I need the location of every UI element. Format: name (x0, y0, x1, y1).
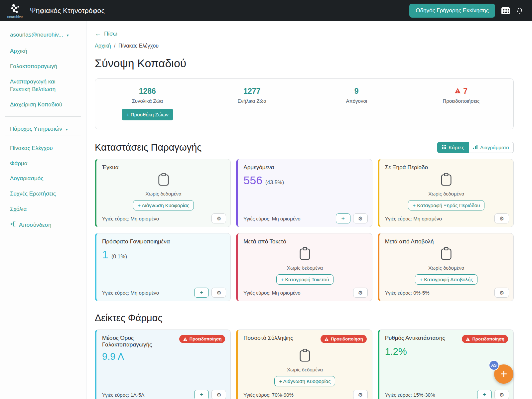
keypad-icon[interactable] (501, 7, 510, 15)
gear-icon[interactable]: ⚙ (353, 390, 368, 399)
warning-icon (455, 88, 461, 95)
gear-icon[interactable]: ⚙ (353, 213, 368, 223)
sidebar-item-account[interactable]: Λογαριασμός (0, 175, 86, 183)
warning-icon (466, 337, 470, 341)
chevron-down-icon: ▾ (66, 33, 68, 38)
healthy-range: Υγιές εύρος: Μη ορισμένο (385, 216, 442, 221)
sidebar-item-herd-management[interactable]: Διαχείριση Κοπαδιού (0, 101, 86, 109)
warning-badge: Προειδοποίηση (321, 335, 367, 343)
breadcrumb-separator: / (114, 43, 115, 49)
warning-icon (183, 337, 188, 341)
breadcrumb-current: Πίνακας Ελέγχου (118, 43, 159, 49)
card-dry-period: Σε Ξηρά Περίοδο Χωρίς δεδομένα + Καταγρα… (378, 159, 514, 227)
sidebar-item-reproduction[interactable]: Αναπαραγωγή και Γενετική Βελτίωση (0, 78, 78, 93)
sidebar-item-home[interactable]: Αρχική (0, 48, 86, 55)
pregnancy-diagnosis-button[interactable]: + Διάγνωση Κυοφορίας (274, 376, 335, 386)
plus-icon: + (500, 367, 507, 381)
add-animals-button[interactable]: + Προσθήκη Ζώων (122, 109, 173, 120)
sidebar-item-farm[interactable]: Φάρμα (0, 160, 86, 168)
logo[interactable]: neurohive (5, 3, 25, 19)
card-post-calving: Μετά από Τοκετό Χωρίς δεδομένα + Καταγρα… (236, 233, 372, 301)
card-milking: Αρμεγόμενα 556 (43.5%) Υγιές εύρος: Μη ο… (236, 159, 372, 227)
sidebar-item-faq[interactable]: Συχνές Ερωτήσεις (0, 190, 86, 198)
gear-icon[interactable]: ⚙ (211, 213, 226, 223)
healthy-range: Υγιές εύρος: Μη ορισμένο (102, 290, 159, 296)
stat-offspring: 9 Απόγονοι (304, 87, 409, 120)
production-cards-grid: Έγκυα Χωρίς δεδομένα + Διάγνωση Κυοφορία… (95, 159, 514, 301)
record-dry-period-button[interactable]: + Καταγραφή Ξηράς Περιόδου (408, 200, 484, 210)
sidebar-divider (5, 136, 81, 136)
add-record-button[interactable]: + (336, 213, 350, 223)
card-value: 1.2% (385, 346, 407, 357)
logo-caption: neurohive (7, 15, 23, 19)
main-content: ← Πίσω Αρχική / Πίνακας Ελέγχου Σύνοψη Κ… (86, 21, 532, 399)
card-value: 9.9 Λ (102, 351, 124, 362)
gear-icon[interactable]: ⚙ (211, 390, 226, 399)
indicators-section-title: Δείκτες Φάρμας (95, 313, 514, 324)
add-record-button[interactable]: + (194, 288, 209, 298)
healthy-range: Υγιές εύρος: 0%-5% (385, 290, 430, 296)
clipboard-icon (299, 256, 311, 262)
card-post-abortion: Μετά από Αποβολή Χωρίς δεδομένα + Καταγρ… (378, 233, 514, 301)
clipboard-icon (440, 182, 452, 188)
sidebar-item-feedback[interactable]: Σχόλια (0, 205, 86, 213)
clipboard-icon (158, 182, 170, 188)
indicator-cards-grid: Μέσος Όρος Γαλακτοπαραγωγής Προειδοποίησ… (95, 330, 514, 399)
chevron-down-icon: ▾ (66, 127, 68, 132)
logout-button[interactable]: Αποσύνδεση (0, 221, 86, 229)
sidebar: asourlas@neurohiv... ▾ Αρχική Γαλακτοπαρ… (0, 21, 86, 399)
card-pregnant: Έγκυα Χωρίς δεδομένα + Διάγνωση Κυοφορία… (95, 159, 231, 227)
add-record-button[interactable]: + (194, 390, 209, 399)
cards-view-button[interactable]: Κάρτες (437, 142, 469, 153)
card-value: 556 (243, 174, 262, 187)
sidebar-item-milk-production[interactable]: Γαλακτοπαραγωγή (0, 63, 86, 70)
card-percent: (0.1%) (111, 254, 127, 260)
herd-summary-panel: 1286 Συνολικά Ζώα + Προσθήκη Ζώων 1277 Ε… (95, 78, 514, 129)
healthy-range: Υγιές εύρος: Μη ορισμένο (243, 216, 300, 221)
stat-total-animals: 1286 Συνολικά Ζώα + Προσθήκη Ζώων (95, 87, 200, 120)
production-section-title: Καταστάσεις Παραγωγής (95, 142, 201, 153)
healthy-range: Υγιές εύρος: Μη ορισμένο (243, 290, 300, 296)
app-title: Ψηφιακός Κτηνοτρόφος (30, 7, 105, 15)
record-calving-button[interactable]: + Καταγραφή Τοκετού (276, 274, 334, 285)
add-fab-button[interactable]: + AS (494, 364, 513, 384)
neurohive-logo-icon (9, 3, 21, 16)
healthy-range: Υγιές εύρος: 1Λ-5Λ (102, 392, 144, 398)
add-record-button[interactable]: + (477, 390, 492, 399)
breadcrumb-home-link[interactable]: Αρχική (95, 43, 111, 49)
warning-badge: Προειδοποίηση (462, 335, 508, 343)
pregnancy-diagnosis-button[interactable]: + Διάγνωση Κυοφορίας (133, 200, 194, 210)
stat-warnings: 7 Προειδοποιήσεις (409, 87, 514, 120)
avatar[interactable]: AS (489, 360, 499, 370)
account-dropdown[interactable]: asourlas@neurohiv... ▾ (0, 31, 86, 39)
warning-icon (324, 337, 329, 341)
service-provider-dropdown[interactable]: Πάροχος Υπηρεσιών ▾ (0, 125, 86, 133)
card-percent: (43.5%) (265, 180, 284, 186)
logout-icon (10, 221, 16, 229)
record-abortion-button[interactable]: + Καταγραφή Αποβολής (415, 274, 477, 285)
top-bar: neurohive Ψηφιακός Κτηνοτρόφος Οδηγός Γρ… (0, 0, 532, 21)
card-conception-rate: Ποσοστό Σύλληψης Προειδοποίηση (236, 330, 372, 399)
clipboard-icon (440, 256, 452, 262)
charts-view-button[interactable]: Διαγράμματα (469, 142, 514, 153)
quick-start-guide-button[interactable]: Οδηγός Γρήγορης Εκκίνησης (409, 4, 495, 18)
back-link[interactable]: ← Πίσω (95, 30, 117, 38)
stat-adult-animals: 1277 Ενήλικα Ζώα (200, 87, 305, 120)
card-recently-inseminated: Πρόσφατα Γονιμοποιημένα 1 (0.1%) Υγιές ε… (95, 233, 231, 301)
gear-icon[interactable]: ⚙ (494, 288, 509, 298)
account-label: asourlas@neurohiv... (10, 32, 63, 38)
gear-icon[interactable]: ⚙ (353, 288, 368, 298)
healthy-range: Υγιές εύρος: 15%-30% (385, 392, 435, 398)
gear-icon[interactable]: ⚙ (494, 213, 509, 223)
healthy-range: Υγιές εύρος: Μη ορισμένο (102, 216, 159, 221)
gear-icon[interactable]: ⚙ (211, 288, 226, 298)
card-avg-milk-production: Μέσος Όρος Γαλακτοπαραγωγής Προειδοποίησ… (95, 330, 231, 399)
sidebar-item-dashboard[interactable]: Πίνακας Ελέγχου (0, 145, 86, 152)
bar-chart-icon (473, 145, 478, 150)
page-title: Σύνοψη Κοπαδιού (95, 57, 514, 70)
breadcrumb: Αρχική / Πίνακας Ελέγχου (95, 43, 514, 49)
bell-icon[interactable] (516, 7, 523, 15)
grid-icon (442, 145, 446, 150)
card-value: 1 (102, 248, 108, 261)
gear-icon[interactable]: ⚙ (494, 390, 509, 399)
